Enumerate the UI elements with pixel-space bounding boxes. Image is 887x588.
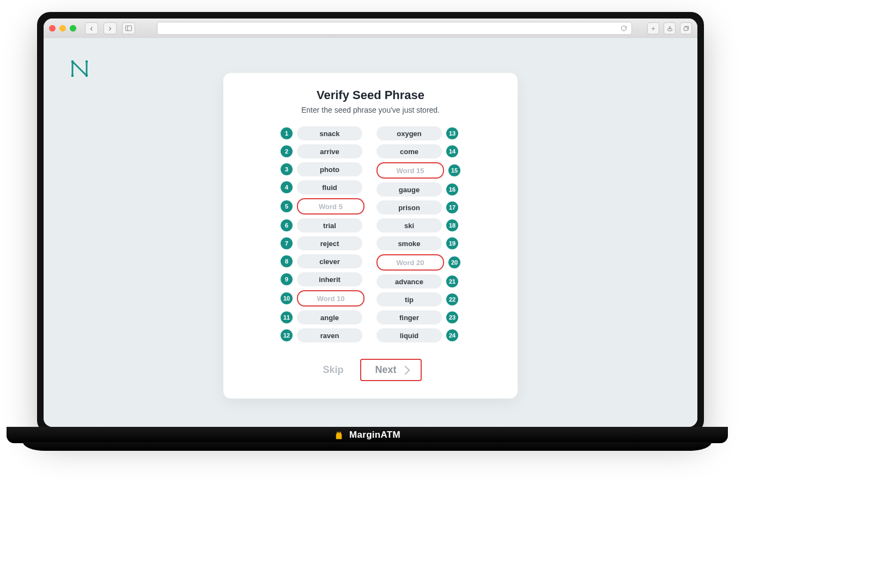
next-label: Next (375, 364, 397, 376)
seed-word: inherit (297, 272, 362, 286)
seed-row: 9inherit (281, 272, 364, 286)
plus-icon: ＋ (650, 24, 657, 33)
seed-index-badge: 13 (446, 127, 458, 139)
seed-row: gauge16 (376, 182, 460, 197)
seed-word: snack (297, 126, 362, 140)
seed-row: 6trial (281, 218, 364, 232)
seed-row: Word 2020 (376, 254, 460, 271)
seed-row: 10Word 10 (281, 290, 364, 307)
chevron-right-icon (400, 365, 410, 375)
close-icon[interactable] (49, 25, 56, 32)
seed-word: come (376, 144, 442, 158)
seed-word: oxygen (376, 126, 442, 140)
seed-word: angle (297, 310, 362, 324)
chevron-left-icon: ‹ (90, 23, 93, 33)
seed-index-badge: 22 (446, 293, 458, 305)
seed-word: ski (376, 218, 442, 232)
seed-row: Word 1515 (376, 162, 460, 179)
seed-index-badge: 3 (281, 163, 293, 175)
seed-word-input[interactable]: Word 10 (297, 290, 364, 307)
skip-label: Skip (323, 364, 343, 375)
add-extension-button[interactable]: ＋ (647, 22, 659, 34)
n-logo-icon (69, 58, 90, 79)
seed-row: 4fluid (281, 180, 364, 194)
svg-rect-3 (684, 27, 687, 30)
minimize-icon[interactable] (59, 25, 66, 32)
seed-index-badge: 24 (446, 329, 458, 341)
seed-word: gauge (376, 182, 442, 197)
svg-rect-0 (126, 26, 132, 31)
seed-row: advance21 (376, 274, 460, 289)
seed-row: 8clever (281, 254, 364, 268)
tabs-button[interactable] (680, 22, 692, 34)
seed-word: tip (376, 292, 442, 307)
forward-button[interactable]: › (104, 22, 117, 34)
sidebar-icon (125, 26, 132, 31)
seed-index-badge: 8 (281, 255, 293, 267)
seed-row: 3photo (281, 162, 364, 176)
seed-word: fluid (297, 180, 362, 194)
seed-word: photo (297, 162, 362, 176)
page: Verify Seed Phrase Enter the seed phrase… (44, 38, 697, 427)
seed-index-badge: 15 (448, 164, 460, 176)
reload-icon (621, 25, 627, 32)
seed-word: raven (297, 328, 362, 342)
seed-word: liquid (376, 328, 442, 342)
card-subtitle: Enter the seed phrase you've just stored… (245, 106, 496, 114)
tabs-icon (683, 26, 689, 32)
brand-name: MarginATM (349, 430, 400, 440)
seed-index-badge: 10 (281, 292, 293, 304)
seed-word: smoke (376, 236, 442, 250)
url-bar[interactable] (157, 22, 632, 35)
svg-point-4 (71, 60, 74, 63)
seed-index-badge: 21 (446, 275, 458, 287)
seed-index-badge: 18 (446, 219, 458, 231)
browser-chrome: ‹ › ＋ (44, 19, 697, 39)
seed-index-badge: 1 (281, 127, 293, 139)
seed-index-badge: 14 (446, 145, 458, 157)
seed-index-badge: 6 (281, 219, 293, 231)
seed-row: finger23 (376, 310, 460, 324)
back-button[interactable]: ‹ (85, 22, 98, 34)
seed-index-badge: 11 (281, 311, 293, 323)
maximize-icon[interactable] (70, 25, 76, 32)
seed-word-input[interactable]: Word 20 (376, 254, 444, 271)
seed-word: arrive (297, 144, 362, 158)
seed-index-badge: 4 (281, 181, 293, 193)
skip-button[interactable]: Skip (319, 364, 347, 376)
seed-row: 1snack (281, 126, 364, 140)
seed-word-input[interactable]: Word 5 (297, 198, 364, 215)
seed-row: oxygen13 (376, 126, 460, 140)
seed-index-badge: 9 (281, 273, 293, 285)
laptop-base-under (23, 442, 712, 451)
svg-point-5 (86, 60, 88, 63)
card-title: Verify Seed Phrase (245, 88, 496, 102)
seed-col-right: oxygen13come14Word 1515gauge16prison17sk… (376, 126, 460, 342)
laptop-frame: ‹ › ＋ (37, 12, 704, 433)
seed-word: clever (297, 254, 362, 268)
next-button[interactable]: Next (360, 359, 422, 381)
seed-index-badge: 17 (446, 201, 458, 213)
share-icon (667, 26, 673, 32)
seed-row: tip22 (376, 292, 460, 307)
seed-word: reject (297, 236, 362, 250)
seed-row: smoke19 (376, 236, 460, 250)
laptop-base: MarginATM (7, 427, 728, 443)
seed-columns: 1snack2arrive3photo4fluid5Word 56trial7r… (245, 126, 496, 342)
seed-row: 7reject (281, 236, 364, 250)
sidebar-toggle-button[interactable] (122, 22, 135, 34)
seed-row: 11angle (281, 310, 364, 324)
seed-word: advance (376, 274, 442, 289)
seed-word-input[interactable]: Word 15 (376, 162, 444, 179)
seed-index-badge: 20 (448, 256, 460, 268)
svg-point-7 (86, 75, 88, 77)
share-button[interactable] (664, 22, 676, 34)
brand-logo (69, 58, 90, 79)
seed-row: 5Word 5 (281, 198, 364, 215)
chevron-right-icon: › (108, 23, 111, 33)
verify-seed-card: Verify Seed Phrase Enter the seed phrase… (223, 73, 518, 399)
seed-row: come14 (376, 144, 460, 158)
seed-index-badge: 16 (446, 183, 458, 195)
card-actions: Skip Next (245, 359, 496, 381)
seed-row: liquid24 (376, 328, 460, 342)
